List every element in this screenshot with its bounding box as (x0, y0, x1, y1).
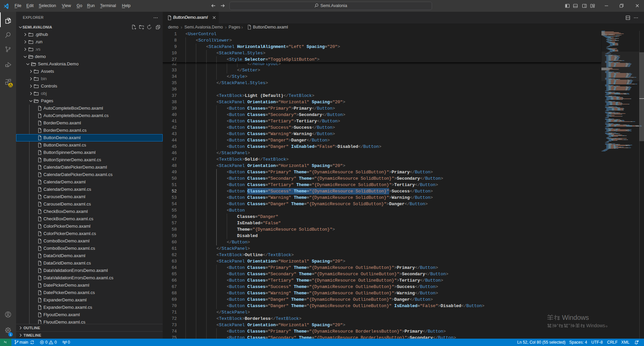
svg-text:1: 1 (10, 333, 11, 336)
